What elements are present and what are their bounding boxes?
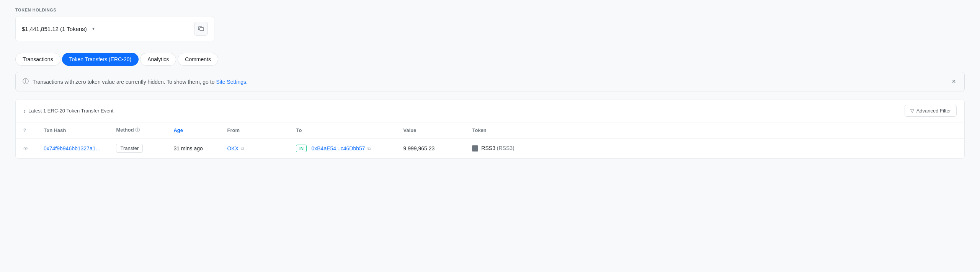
advanced-filter-button[interactable]: ▽ Advanced Filter bbox=[905, 105, 957, 117]
col-header-to: To bbox=[288, 122, 395, 138]
col-header-age[interactable]: Age bbox=[166, 122, 219, 138]
to-address-link[interactable]: 0xB4aE54...c46Dbb57 bbox=[311, 145, 365, 151]
method-badge: Transfer bbox=[116, 144, 143, 153]
col-header-from: From bbox=[219, 122, 288, 138]
row-to-cell: IN 0xB4aE54...c46Dbb57 ⧉ bbox=[288, 138, 395, 158]
col-header-method: Method ⓘ bbox=[108, 122, 166, 138]
site-settings-link[interactable]: Site Settings. bbox=[216, 79, 248, 85]
dropdown-arrow-icon[interactable]: ▾ bbox=[90, 25, 97, 32]
filter-icon: ▽ bbox=[910, 108, 914, 114]
row-from-cell: OKX ⧉ bbox=[219, 138, 288, 158]
row-txnhash-cell: 0x74f9b946bb1327a1… bbox=[36, 138, 108, 158]
table-row: 👁 0x74f9b946bb1327a1… Transfer 31 mins a… bbox=[16, 138, 964, 158]
token-holdings-label: TOKEN HOLDINGS bbox=[15, 8, 965, 12]
tab-token-transfers[interactable]: Token Transfers (ERC-20) bbox=[62, 53, 139, 66]
close-banner-button[interactable]: × bbox=[950, 78, 957, 86]
toggle-view-button[interactable] bbox=[194, 22, 208, 36]
token-icon bbox=[472, 145, 478, 151]
col-header-token: Token bbox=[464, 122, 964, 138]
token-value-text: $1,441,851.12 (1 Tokens) bbox=[22, 26, 87, 32]
table-section: ↕ Latest 1 ERC-20 Token Transfer Event ▽… bbox=[15, 99, 965, 159]
question-icon[interactable]: ? bbox=[23, 128, 26, 133]
col-header-eye: ? bbox=[16, 122, 36, 138]
sort-icon: ↕ bbox=[23, 108, 26, 114]
to-copy-icon[interactable]: ⧉ bbox=[368, 146, 371, 151]
from-address-link[interactable]: OKX ⧉ bbox=[227, 145, 281, 151]
direction-badge: IN bbox=[296, 145, 307, 152]
to-address-container: IN 0xB4aE54...c46Dbb57 ⧉ bbox=[296, 145, 388, 152]
svg-rect-1 bbox=[200, 28, 204, 31]
col-header-txnhash: Txn Hash bbox=[36, 122, 108, 138]
txn-hash-link[interactable]: 0x74f9b946bb1327a1… bbox=[44, 145, 101, 151]
info-circle-icon: ⓘ bbox=[23, 78, 29, 86]
info-banner-text: Transactions with zero token value are c… bbox=[33, 79, 248, 85]
col-header-value: Value bbox=[395, 122, 464, 138]
token-symbol: (RSS3) bbox=[497, 145, 514, 151]
tab-transactions[interactable]: Transactions bbox=[15, 53, 60, 66]
table-header-row: ↕ Latest 1 ERC-20 Token Transfer Event ▽… bbox=[16, 99, 964, 122]
table-title: ↕ Latest 1 ERC-20 Token Transfer Event bbox=[23, 108, 113, 114]
row-eye-cell: 👁 bbox=[16, 138, 36, 158]
transfers-table: ? Txn Hash Method ⓘ Age From To Value To… bbox=[16, 122, 964, 158]
info-banner-content: ⓘ Transactions with zero token value are… bbox=[23, 78, 248, 86]
tab-analytics[interactable]: Analytics bbox=[140, 53, 176, 66]
token-value-row: $1,441,851.12 (1 Tokens) ▾ bbox=[22, 25, 190, 32]
row-token-cell: RSS3 (RSS3) bbox=[464, 138, 964, 158]
info-banner: ⓘ Transactions with zero token value are… bbox=[15, 72, 965, 91]
eye-icon[interactable]: 👁 bbox=[23, 146, 28, 151]
row-method-cell: Transfer bbox=[108, 138, 166, 158]
row-value-cell: 9,999,965.23 bbox=[395, 138, 464, 158]
tab-comments[interactable]: Comments bbox=[178, 53, 218, 66]
tabs-nav: Transactions Token Transfers (ERC-20) An… bbox=[15, 45, 965, 72]
token-name[interactable]: RSS3 bbox=[481, 145, 495, 151]
method-help-icon[interactable]: ⓘ bbox=[135, 127, 140, 133]
token-holdings-card: $1,441,851.12 (1 Tokens) ▾ bbox=[15, 16, 214, 41]
from-copy-icon[interactable]: ⧉ bbox=[241, 146, 244, 151]
row-age-cell: 31 mins ago bbox=[166, 138, 219, 158]
